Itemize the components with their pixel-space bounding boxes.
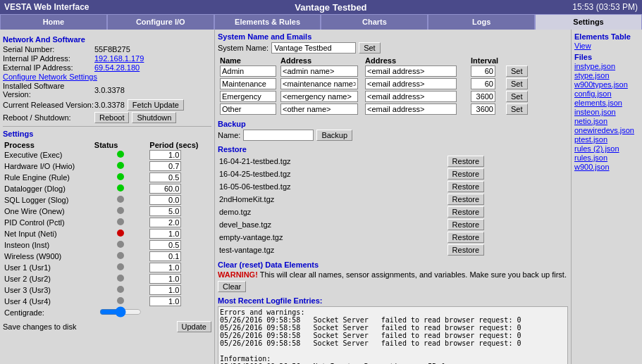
process-period [148, 239, 211, 251]
restore-filename: test-vantage.tgz [218, 244, 446, 256]
backup-button[interactable]: Backup [316, 130, 352, 141]
configure-network-link[interactable]: Configure Network Settings [3, 73, 97, 81]
period-input[interactable] [149, 195, 181, 205]
period-input[interactable] [149, 263, 181, 272]
period-input[interactable] [149, 150, 181, 160]
current-value: 3.0.3378 [94, 101, 125, 109]
email-input[interactable] [365, 103, 457, 115]
email-input[interactable] [365, 65, 457, 77]
name-input[interactable] [220, 65, 276, 77]
status-dot-red [117, 230, 124, 237]
system-name-input[interactable] [271, 42, 356, 54]
interval-input[interactable] [471, 103, 495, 115]
system-name-label: System Name: [218, 44, 268, 52]
file-link[interactable]: stype.json [574, 71, 639, 80]
nav-settings[interactable]: Settings [535, 14, 642, 30]
installed-value: 3.0.3378 [94, 86, 125, 94]
file-link[interactable]: insteon.json [574, 108, 639, 116]
nav-logs[interactable]: Logs [428, 14, 535, 30]
period-input[interactable] [149, 285, 181, 295]
email-set-button[interactable]: Set [506, 78, 528, 89]
email-input[interactable] [365, 78, 457, 89]
restore-button[interactable]: Restore [447, 206, 485, 218]
update-button[interactable]: Update [177, 321, 211, 332]
process-name: Executive (Exec) [3, 149, 93, 161]
nav-charts[interactable]: Charts [321, 14, 428, 30]
shutdown-button[interactable]: Shutdown [132, 112, 176, 123]
email-row: Set [218, 65, 568, 77]
restore-button[interactable]: Restore [447, 168, 485, 180]
interval-input[interactable] [471, 65, 495, 77]
centigrade-slider[interactable] [99, 308, 142, 316]
file-link[interactable]: elements.json [574, 99, 639, 107]
status-dot-gray [117, 263, 124, 270]
interval-input[interactable] [471, 91, 495, 102]
internal-ip-link[interactable]: 192.168.1.179 [94, 54, 144, 63]
name-input[interactable] [220, 91, 276, 102]
period-input[interactable] [149, 240, 181, 250]
file-link[interactable]: w900types.json [574, 80, 639, 89]
email-set-button[interactable]: Set [506, 103, 528, 115]
elements-table-title: Elements Table [574, 32, 639, 41]
process-period [148, 172, 211, 183]
status-dot-gray [117, 252, 124, 259]
email-set-button[interactable]: Set [506, 65, 528, 77]
system-name-set-button[interactable]: Set [359, 42, 381, 54]
nav-home[interactable]: Home [0, 14, 107, 30]
address-input[interactable] [280, 103, 358, 115]
period-input[interactable] [149, 206, 181, 216]
file-link[interactable]: netio.json [574, 117, 639, 125]
file-link[interactable]: onewiredevs.json [574, 126, 639, 134]
address-input[interactable] [280, 78, 358, 89]
restore-button[interactable]: Restore [447, 219, 485, 230]
email-input[interactable] [365, 91, 457, 102]
name-input[interactable] [220, 78, 276, 89]
address-input[interactable] [280, 65, 358, 77]
backup-name-input[interactable] [243, 130, 314, 141]
file-link[interactable]: rules (2).json [574, 144, 639, 153]
nav-configure-i/o[interactable]: Configure I/O [107, 14, 214, 30]
external-ip-link[interactable]: 69.54.28.180 [94, 63, 140, 72]
reboot-button[interactable]: Reboot [94, 112, 129, 123]
files-list: instype.jsonstype.jsonw900types.jsonconf… [574, 62, 639, 171]
file-link[interactable]: w900.json [574, 163, 639, 171]
period-input[interactable] [149, 296, 181, 306]
period-input[interactable] [149, 218, 181, 227]
process-status [93, 296, 148, 307]
file-link[interactable]: ptest.json [574, 135, 639, 144]
status-dot-gray [117, 297, 124, 304]
nav-elements-&-rules[interactable]: Elements & Rules [214, 14, 321, 30]
period-input[interactable] [149, 274, 181, 284]
page-title: Vantage Testbed [295, 2, 366, 13]
name-input[interactable] [220, 103, 276, 115]
period-input[interactable] [149, 161, 181, 171]
restore-button[interactable]: Restore [447, 156, 485, 167]
period-input[interactable] [149, 172, 181, 182]
status-col-header: Status [93, 141, 148, 149]
period-input[interactable] [149, 184, 181, 194]
process-row: Centigrade: [3, 307, 211, 318]
clear-warning: WARNING! [218, 270, 258, 279]
restore-row: empty-vantage.tgzRestore [218, 231, 568, 244]
process-row: One Wire (Onew) [3, 206, 211, 217]
process-row: User 1 (Usr1) [3, 262, 211, 273]
settings-section-title: Settings [3, 130, 211, 138]
restore-button[interactable]: Restore [447, 244, 485, 256]
restore-button[interactable]: Restore [447, 232, 485, 243]
file-link[interactable]: config.json [574, 89, 639, 98]
process-name: PID Control (Pctl) [3, 217, 93, 228]
restore-button[interactable]: Restore [447, 194, 485, 205]
elements-view-link[interactable]: View [574, 42, 639, 50]
period-input[interactable] [149, 229, 181, 239]
file-link[interactable]: instype.json [574, 62, 639, 70]
address-input[interactable] [280, 91, 358, 102]
clear-button[interactable]: Clear [218, 281, 246, 292]
interval-input[interactable] [471, 78, 495, 89]
email-set-button[interactable]: Set [506, 91, 528, 102]
process-name: Rule Engine (Rule) [3, 172, 93, 183]
fetch-update-button[interactable]: Fetch Update [128, 99, 184, 111]
restore-button[interactable]: Restore [447, 181, 485, 192]
period-input[interactable] [149, 251, 181, 261]
file-link[interactable]: rules.json [574, 153, 639, 162]
email-row: Set [218, 90, 568, 103]
